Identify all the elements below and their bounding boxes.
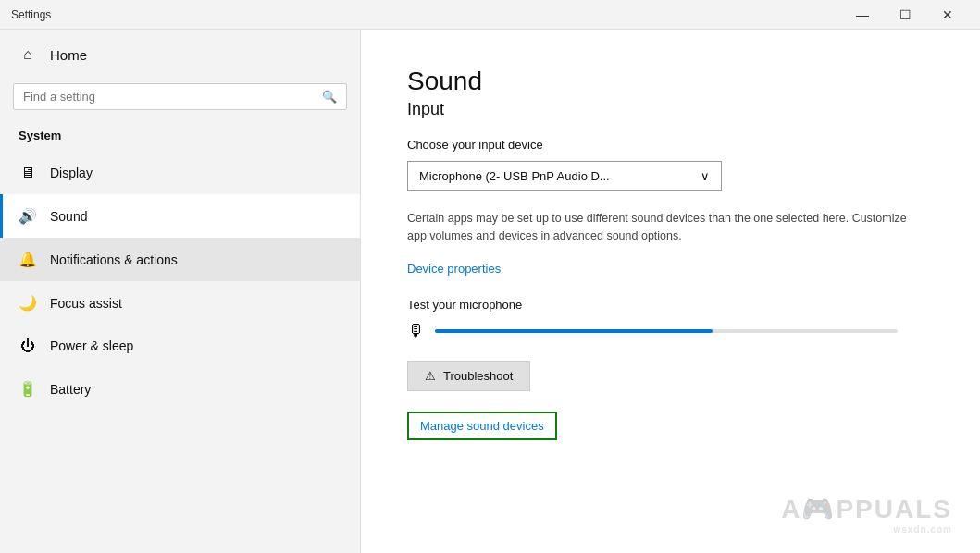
sidebar-item-home[interactable]: ⌂ Home [0, 30, 360, 80]
search-input[interactable] [23, 90, 322, 104]
watermark-sub: wsxdn.com [781, 524, 952, 535]
microphone-level-fill [435, 329, 713, 333]
sidebar-item-notifications-label: Notifications & actions [50, 252, 178, 267]
description-text: Certain apps may be set up to use differ… [407, 210, 925, 245]
battery-icon: 🔋 [19, 380, 37, 398]
minimize-button[interactable]: — [841, 0, 884, 30]
content-subtitle: Input [407, 100, 934, 119]
app-title: Settings [11, 8, 51, 21]
home-label: Home [50, 47, 87, 63]
display-icon: 🖥 [19, 165, 37, 181]
sidebar-search-box[interactable]: 🔍 [13, 83, 347, 110]
focus-icon: 🌙 [19, 294, 37, 312]
sound-icon: 🔊 [19, 207, 37, 225]
test-microphone-label: Test your microphone [407, 298, 934, 312]
sidebar-item-battery[interactable]: 🔋 Battery [0, 367, 360, 411]
home-icon: ⌂ [19, 46, 37, 63]
maximize-button[interactable]: ☐ [884, 0, 926, 30]
sidebar-item-notifications[interactable]: 🔔 Notifications & actions [0, 238, 360, 281]
system-section-label: System [0, 123, 360, 152]
sidebar: ⌂ Home 🔍 System 🖥 Display 🔊 Sound 🔔 Noti… [0, 30, 361, 553]
sidebar-item-display-label: Display [50, 166, 93, 180]
notifications-icon: 🔔 [19, 251, 37, 268]
sidebar-item-sound-label: Sound [50, 209, 87, 224]
page-title: Sound [407, 67, 934, 96]
warning-icon: ⚠ [425, 369, 436, 383]
manage-sound-devices-link[interactable]: Manage sound devices [407, 412, 557, 440]
power-icon: ⏻ [19, 338, 37, 354]
choose-device-label: Choose your input device [407, 138, 934, 152]
sidebar-item-display[interactable]: 🖥 Display [0, 152, 360, 194]
content-area: Sound Input Choose your input device Mic… [361, 30, 980, 553]
dropdown-value: Microphone (2- USB PnP Audio D... [419, 169, 610, 183]
microphone-test-row: 🎙 [407, 321, 934, 342]
sidebar-item-battery-label: Battery [50, 382, 91, 397]
sidebar-item-power[interactable]: ⏻ Power & sleep [0, 325, 360, 367]
sidebar-item-sound[interactable]: 🔊 Sound [0, 194, 360, 238]
sidebar-item-focus[interactable]: 🌙 Focus assist [0, 281, 360, 325]
watermark: A🎮PPUALS wsxdn.com [781, 494, 952, 535]
window-controls: — ☐ ✕ [841, 0, 969, 30]
sidebar-item-focus-label: Focus assist [50, 296, 122, 311]
chevron-down-icon: ∨ [701, 169, 710, 183]
troubleshoot-button[interactable]: ⚠ Troubleshoot [407, 361, 530, 391]
search-icon: 🔍 [322, 90, 337, 104]
titlebar: Settings — ☐ ✕ [0, 0, 980, 30]
input-device-dropdown[interactable]: Microphone (2- USB PnP Audio D... ∨ [407, 161, 722, 191]
device-properties-link[interactable]: Device properties [407, 262, 501, 276]
troubleshoot-label: Troubleshoot [443, 369, 513, 383]
microphone-level-bar [435, 329, 898, 333]
main-layout: ⌂ Home 🔍 System 🖥 Display 🔊 Sound 🔔 Noti… [0, 30, 980, 553]
close-button[interactable]: ✕ [926, 0, 969, 30]
microphone-icon: 🎙 [407, 321, 426, 342]
sidebar-item-power-label: Power & sleep [50, 338, 133, 353]
